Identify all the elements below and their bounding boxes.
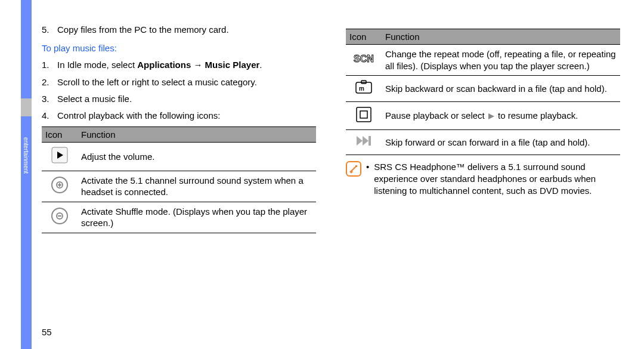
- right-column: Icon Function SCN Change the repeat mode…: [346, 24, 620, 331]
- pre-step: 5. Copy files from the PC to the memory …: [42, 24, 316, 36]
- side-gray-marker: [21, 98, 32, 116]
- table-row: Activate Shuffle mode. (Displays when yo…: [42, 202, 316, 233]
- page-number: 55: [42, 327, 52, 337]
- th-icon: Icon: [346, 29, 382, 45]
- svg-text:SCN: SCN: [354, 54, 374, 64]
- scn-repeat-icon: SCN: [352, 52, 375, 65]
- svg-rect-14: [360, 111, 367, 118]
- pause-icon: [355, 106, 373, 123]
- th-function: Function: [78, 127, 316, 143]
- th-function: Function: [382, 29, 620, 45]
- skip-forward-icon: [355, 134, 373, 148]
- page-content: 5. Copy files from the PC to the memory …: [42, 24, 620, 331]
- table-row: Activate the 5.1 channel surround sound …: [42, 171, 316, 202]
- play-inline-icon: [487, 112, 496, 121]
- icon-function-table-right: Icon Function SCN Change the repeat mode…: [346, 29, 620, 155]
- svg-text:m: m: [359, 85, 364, 92]
- shuffle-minus-icon: [51, 207, 69, 225]
- th-icon: Icon: [42, 127, 78, 143]
- volume-play-icon: [51, 146, 69, 164]
- icon-function-table-left: Icon Function Adjust the volume.: [42, 126, 316, 233]
- table-row: SCN Change the repeat mode (off, repeati…: [346, 45, 620, 76]
- note-block: • SRS CS Headphone™ delivers a 5.1 surro…: [346, 161, 620, 197]
- step-2: 2. Scroll to the left or right to select…: [42, 76, 316, 88]
- svg-rect-18: [369, 136, 371, 146]
- section-heading: To play music files:: [42, 43, 316, 53]
- skip-backward-icon: m: [355, 79, 373, 95]
- step-3: 3. Select a music file.: [42, 93, 316, 105]
- note-text: SRS CS Headphone™ delivers a 5.1 surroun…: [374, 161, 620, 197]
- svg-rect-13: [357, 107, 371, 122]
- surround-plus-icon: [51, 176, 69, 194]
- left-column: 5. Copy files from the PC to the memory …: [42, 24, 316, 331]
- step-1: 1. In Idle mode, select Applications → M…: [42, 59, 316, 71]
- table-row: Pause playback or select to resume playb…: [346, 101, 620, 130]
- svg-marker-17: [363, 136, 369, 146]
- side-section-label: entertainment: [21, 119, 32, 191]
- step-4: 4. Control playback with the following i…: [42, 110, 316, 122]
- table-row: Skip forward or scan forward in a file (…: [346, 130, 620, 155]
- svg-marker-15: [488, 113, 494, 119]
- note-icon: [346, 161, 361, 177]
- svg-marker-16: [357, 136, 363, 146]
- table-row: Adjust the volume.: [42, 143, 316, 171]
- table-row: m Skip backward or scan backward in a fi…: [346, 76, 620, 102]
